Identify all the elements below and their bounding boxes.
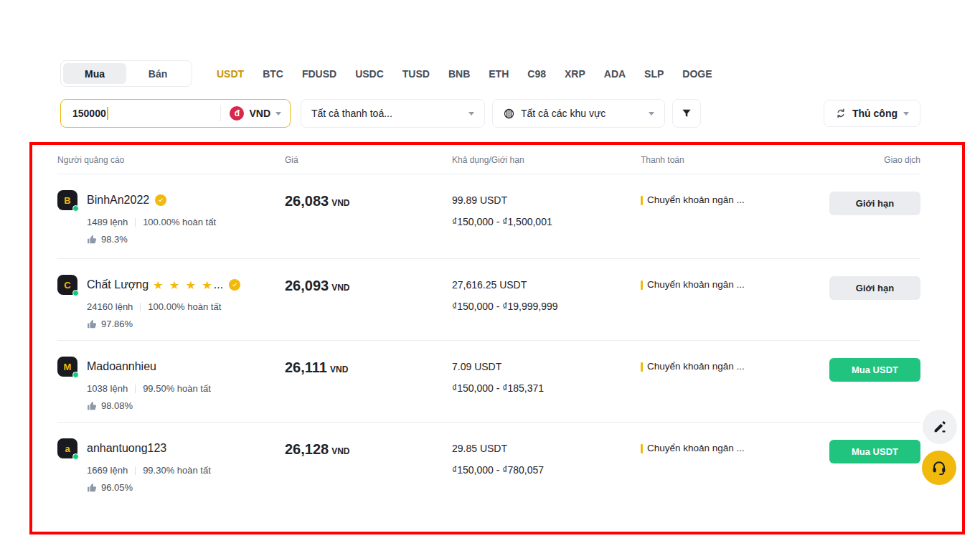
table-row: B BinhAn2022 1489 lệnh 100.00% hoàn tất bbox=[57, 174, 920, 259]
advertiser-cell: B BinhAn2022 1489 lệnh 100.00% hoàn tất bbox=[57, 190, 285, 258]
advertiser-rating: 96.05% bbox=[87, 482, 285, 493]
price-cell: 26,111VND bbox=[285, 357, 452, 422]
order-count: 1489 lệnh bbox=[87, 217, 128, 227]
payment-method: Chuyển khoản ngân ... bbox=[647, 361, 745, 372]
coin-tab-btc[interactable]: BTC bbox=[263, 68, 283, 80]
rating-percent: 96.05% bbox=[101, 482, 133, 493]
coin-tab-xrp[interactable]: XRP bbox=[565, 68, 585, 80]
price-cell: 26,083VND bbox=[285, 190, 452, 258]
coin-tab-usdt[interactable]: USDT bbox=[217, 68, 244, 80]
header-available-limit: Khả dụng/Giới hạn bbox=[452, 155, 641, 165]
refresh-icon bbox=[835, 108, 847, 119]
payment-method: Chuyển khoản ngân ... bbox=[647, 443, 745, 453]
header-trade: Giao dịch bbox=[829, 155, 920, 165]
completion-rate: 99.30% hoàn tất bbox=[143, 465, 211, 476]
verified-badge-icon bbox=[229, 279, 240, 291]
name-ellipsis: ... bbox=[214, 278, 223, 291]
price-cell: 26,128VND bbox=[285, 438, 452, 504]
avatar[interactable]: M bbox=[57, 357, 77, 377]
advertiser-name[interactable]: anhantuong123 bbox=[87, 442, 166, 455]
chevron-down-icon bbox=[649, 112, 654, 116]
price-value: 26,093 bbox=[285, 278, 329, 293]
filter-button[interactable] bbox=[672, 99, 701, 128]
order-count: 1669 lệnh bbox=[87, 465, 128, 476]
payment-color-bar bbox=[641, 362, 643, 372]
vnd-coin-icon: đ bbox=[230, 106, 244, 121]
coin-tab-slp[interactable]: SLP bbox=[644, 68, 664, 80]
post-ad-button[interactable] bbox=[923, 410, 957, 444]
payment-color-bar bbox=[641, 196, 643, 205]
region-dropdown[interactable]: Tất cả các khu vực bbox=[492, 99, 665, 128]
verified-badge-icon bbox=[155, 194, 166, 206]
coin-tab-fdusd[interactable]: FDUSD bbox=[302, 68, 336, 80]
top-controls: Mua Bán USDT BTC FDUSD USDC TUSD BNB ETH… bbox=[60, 60, 712, 87]
avatar[interactable]: a bbox=[57, 438, 77, 458]
funnel-icon bbox=[681, 108, 692, 119]
buy-usdt-button[interactable]: Mua USDT bbox=[829, 440, 920, 463]
advertiser-cell: a anhantuong123 1669 lệnh 99.30% hoàn tấ… bbox=[57, 438, 285, 504]
order-count: 1038 lệnh bbox=[87, 383, 128, 394]
offers-panel: Người quảng cáo Giá Khả dụng/Giới hạn Th… bbox=[29, 142, 965, 534]
header-price: Giá bbox=[285, 155, 452, 165]
coin-tab-tusd[interactable]: TUSD bbox=[402, 68, 430, 80]
advertiser-cell: M Madoannhieu 1038 lệnh 99.50% hoàn tất … bbox=[57, 357, 285, 422]
advertiser-name[interactable]: Madoannhieu bbox=[87, 360, 156, 373]
table-row: C Chất Lượng ★ ★ ★ ★ ... 24160 lệnh 100.… bbox=[57, 259, 920, 341]
advertiser-stats: 1038 lệnh 99.50% hoàn tất bbox=[87, 383, 285, 394]
available-amount: 29.85 USDT bbox=[452, 443, 641, 454]
buy-tab[interactable]: Mua bbox=[63, 63, 126, 84]
coin-tab-bnb[interactable]: BNB bbox=[448, 68, 470, 80]
payment-color-bar bbox=[641, 444, 643, 453]
advertiser-rating: 98.3% bbox=[87, 234, 285, 245]
thumbs-up-icon bbox=[87, 401, 97, 411]
available-limit-cell: 7.09 USDT ₫150,000 - ₫185,371 bbox=[452, 357, 641, 422]
limit-button[interactable]: Giới hạn bbox=[829, 192, 920, 215]
stat-divider bbox=[135, 385, 136, 393]
limit-button[interactable]: Giới hạn bbox=[829, 276, 920, 300]
refresh-mode-label: Thủ công bbox=[852, 108, 897, 119]
fiat-selector[interactable]: đ VND bbox=[230, 106, 281, 121]
amount-input[interactable]: 150000 đ VND bbox=[60, 99, 291, 128]
coin-tab-eth[interactable]: ETH bbox=[489, 68, 509, 80]
advertiser-name[interactable]: Chất Lượng bbox=[87, 278, 149, 291]
avatar[interactable]: B bbox=[57, 190, 77, 210]
coin-tab-doge[interactable]: DOGE bbox=[682, 68, 712, 80]
header-advertiser: Người quảng cáo bbox=[57, 155, 285, 165]
advertiser-name[interactable]: BinhAn2022 bbox=[87, 194, 149, 207]
header-payment: Thanh toán bbox=[641, 155, 829, 165]
thumbs-up-icon bbox=[87, 483, 97, 493]
advertiser-rating: 98.08% bbox=[87, 400, 285, 411]
region-dropdown-label: Tất cả các khu vực bbox=[521, 108, 606, 119]
thumbs-up-icon bbox=[87, 319, 97, 329]
fiat-label: VND bbox=[249, 108, 270, 119]
price-currency: VND bbox=[330, 364, 348, 375]
amount-value: 150000 bbox=[72, 108, 106, 119]
coin-tab-ada[interactable]: ADA bbox=[604, 68, 626, 80]
completion-rate: 99.50% hoàn tất bbox=[143, 383, 211, 394]
coin-tab-c98[interactable]: C98 bbox=[527, 68, 546, 80]
star-rating-icons: ★ ★ ★ ★ bbox=[153, 278, 214, 292]
payment-method: Chuyển khoản ngân ... bbox=[647, 194, 745, 205]
buy-usdt-button[interactable]: Mua USDT bbox=[829, 358, 920, 382]
online-status-dot bbox=[72, 453, 79, 460]
p2p-trading-page: Mua Bán USDT BTC FDUSD USDC TUSD BNB ETH… bbox=[0, 0, 980, 551]
payment-method-dropdown[interactable]: Tất cả thanh toá... bbox=[301, 99, 485, 128]
payment-cell: Chuyển khoản ngân ... bbox=[641, 438, 829, 504]
rating-percent: 97.86% bbox=[101, 319, 133, 329]
avatar[interactable]: C bbox=[57, 275, 77, 295]
coin-tab-usdc[interactable]: USDC bbox=[355, 68, 384, 80]
pencil-icon bbox=[932, 419, 948, 435]
available-amount: 7.09 USDT bbox=[452, 361, 641, 372]
coin-tabs: USDT BTC FDUSD USDC TUSD BNB ETH C98 XRP… bbox=[217, 68, 712, 80]
price-value: 26,128 bbox=[285, 441, 329, 457]
limit-range: ₫150,000 - ₫19,999,999 bbox=[452, 301, 641, 312]
price-currency: VND bbox=[331, 283, 349, 293]
support-chat-button[interactable] bbox=[922, 451, 956, 485]
price-value: 26,111 bbox=[285, 359, 327, 375]
table-row: M Madoannhieu 1038 lệnh 99.50% hoàn tất … bbox=[57, 341, 920, 423]
price-cell: 26,093VND bbox=[285, 275, 452, 340]
payment-cell: Chuyển khoản ngân ... bbox=[641, 357, 829, 422]
sell-tab[interactable]: Bán bbox=[126, 63, 189, 84]
thumbs-up-icon bbox=[87, 235, 97, 245]
refresh-mode-dropdown[interactable]: Thủ công bbox=[824, 100, 920, 127]
